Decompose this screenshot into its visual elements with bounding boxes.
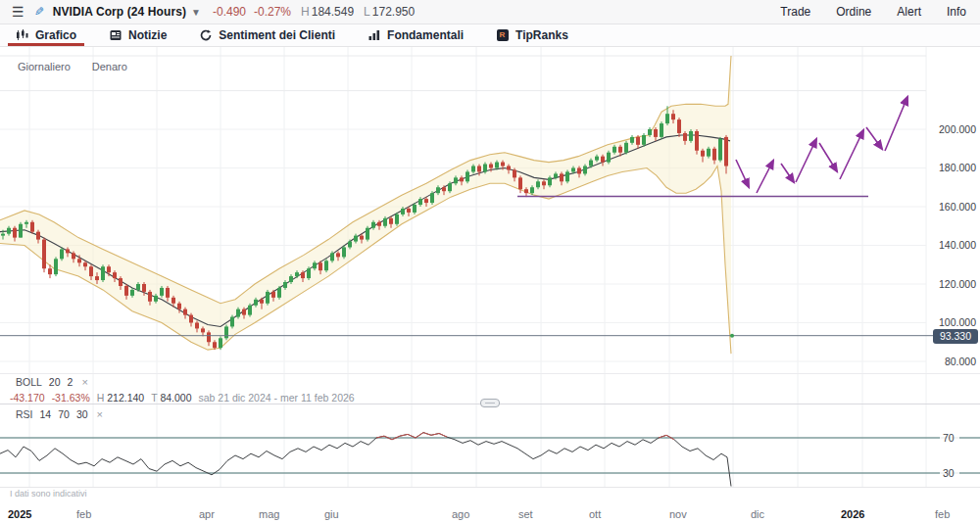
last-price-line: [0, 334, 933, 338]
time-axis: 2025febaprmaggiuagosetottnovdic2026feb: [8, 508, 950, 520]
rsi-line: [0, 433, 731, 487]
price-type-selector[interactable]: Denaro: [92, 61, 127, 72]
date-range: sab 21 dic 2024 - mer 11 feb 2026: [199, 392, 355, 404]
boll-high-label: H: [97, 392, 105, 404]
pane-divider: [0, 487, 980, 488]
time-axis-label: nov: [669, 508, 687, 520]
period-selector[interactable]: Giornaliero: [18, 61, 71, 72]
time-axis-label: feb: [935, 508, 950, 520]
price-chart-canvas[interactable]: 7030200.000180.000160.000140.000120.0001…: [0, 0, 980, 523]
price-axis-label: 200.000: [939, 123, 976, 135]
forecast-arrow: [736, 160, 749, 187]
forecast-arrow: [885, 97, 907, 151]
forecast-arrow: [757, 161, 773, 193]
chart-subtoolbar: Giornaliero Denaro: [18, 61, 127, 72]
boll-change: -43.170: [10, 392, 45, 404]
boll-change-pct: -31.63%: [52, 392, 90, 404]
time-axis-label: set: [518, 508, 533, 520]
time-axis-label: feb: [76, 508, 91, 520]
disclaimer-text: I dati sono indicativi: [10, 489, 87, 499]
pane-resize-handle[interactable]: [480, 399, 500, 407]
boll-low-label: T: [151, 392, 157, 404]
boll-name: BOLL: [16, 376, 42, 388]
price-axis-label: 140.000: [939, 239, 976, 251]
rsi-param-os: 30: [76, 408, 88, 420]
price-axis-label: 180.000: [939, 162, 976, 173]
forecast-arrow: [781, 164, 794, 182]
rsi-param-period: 14: [40, 408, 52, 420]
rsi-param-ob: 70: [58, 408, 70, 420]
rsi-name: RSI: [16, 408, 33, 420]
close-icon[interactable]: ×: [81, 376, 87, 388]
boll-high: H 212.140: [97, 392, 144, 404]
boll-param-dev: 2: [68, 376, 74, 388]
price-axis-label: 100.000: [939, 316, 976, 328]
boll-low: T 84.000: [151, 392, 191, 404]
forecast-arrow: [819, 143, 837, 171]
boll-legend: BOLL 20 2 ×: [16, 376, 88, 388]
time-axis-label: mag: [259, 508, 279, 520]
rsi-level-label: 30: [943, 467, 955, 479]
rsi-legend: RSI 14 70 30 ×: [16, 408, 103, 420]
rsi-pane: 7030: [0, 431, 980, 487]
forecast-arrow: [840, 130, 863, 179]
forecast-arrow: [796, 139, 816, 182]
time-axis-label: dic: [751, 508, 765, 520]
price-axis-label: 120.000: [939, 278, 976, 290]
price-axis-label: 160.000: [939, 201, 976, 213]
time-axis-label: ago: [452, 508, 469, 520]
last-price-badge: 93.330: [933, 329, 978, 344]
price-axis-label: 80.000: [945, 356, 976, 367]
boll-high-value: 212.140: [107, 392, 144, 404]
boll-low-value: 84.000: [160, 392, 191, 404]
rsi-level-label: 70: [943, 432, 955, 444]
time-axis-label: giu: [324, 508, 339, 520]
forecast-arrow: [866, 127, 882, 149]
pane-divider: [0, 373, 980, 374]
trading-app: ☰ ✎ NVIDIA Corp (24 Hours) ▼ -0.490 -0.2…: [0, 0, 980, 523]
time-axis-label: 2026: [841, 508, 864, 520]
boll-param-period: 20: [49, 376, 61, 388]
close-icon[interactable]: ×: [97, 408, 103, 420]
bollinger-bands: [0, 56, 731, 354]
boll-values: -43.170 -31.63% H 212.140 T 84.000 sab 2…: [10, 392, 355, 404]
time-axis-label: apr: [199, 508, 215, 520]
time-axis-label: 2025: [8, 508, 31, 520]
time-axis-label: ott: [589, 508, 601, 520]
